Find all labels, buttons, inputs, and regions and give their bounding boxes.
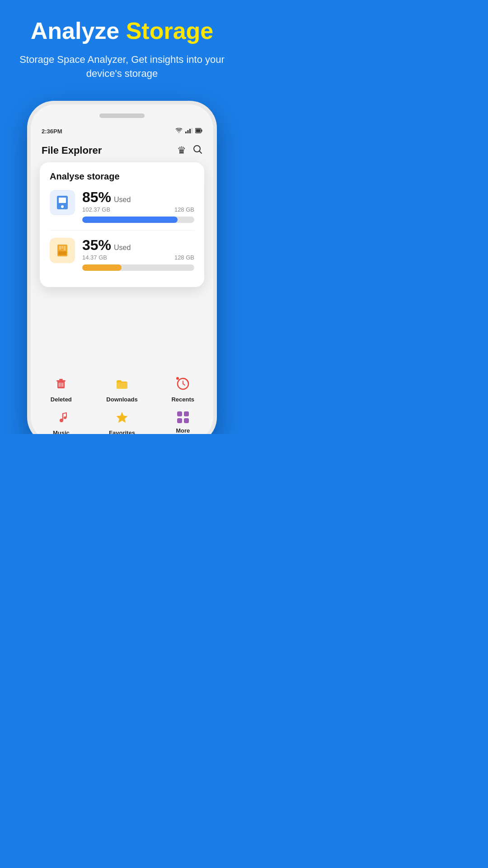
nav-grid: Deleted Downloads bbox=[31, 377, 213, 434]
nav-label-music: Music bbox=[53, 429, 70, 434]
internal-total-gb: 128 GB bbox=[174, 206, 194, 213]
svg-marker-29 bbox=[116, 412, 127, 423]
svg-rect-16 bbox=[58, 251, 66, 255]
trash-icon bbox=[54, 377, 68, 393]
app-header: File Explorer ♛ bbox=[31, 139, 213, 162]
svg-point-28 bbox=[64, 416, 66, 419]
svg-rect-2 bbox=[189, 129, 191, 133]
status-icons bbox=[175, 128, 202, 135]
internal-storage-item: 85% Used 102.37 GB 128 GB bbox=[50, 190, 194, 223]
folder-icon bbox=[115, 377, 129, 393]
internal-used-gb: 102.37 GB bbox=[82, 206, 110, 213]
hero-section: Analyze Storage Storage Space Analyzer, … bbox=[0, 0, 244, 90]
nav-label-favorites: Favorites bbox=[109, 429, 135, 434]
internal-storage-icon bbox=[50, 190, 75, 215]
sdcard-used-gb: 14.37 GB bbox=[82, 254, 107, 261]
nav-item-deleted[interactable]: Deleted bbox=[31, 377, 92, 403]
phone-mockup: 2:36PM bbox=[27, 101, 217, 434]
internal-used-label: Used bbox=[114, 196, 131, 204]
svg-rect-10 bbox=[59, 198, 66, 203]
clock-icon bbox=[176, 377, 190, 393]
svg-rect-18 bbox=[56, 380, 66, 382]
internal-storage-info: 85% Used 102.37 GB 128 GB bbox=[82, 190, 194, 223]
sdcard-storage-item: 35% Used 14.37 GB 128 GB bbox=[50, 230, 194, 271]
svg-line-8 bbox=[199, 151, 202, 153]
more-grid-icon bbox=[176, 410, 190, 425]
search-icon[interactable] bbox=[192, 144, 202, 157]
svg-rect-14 bbox=[61, 246, 63, 249]
nav-label-more: More bbox=[176, 427, 190, 434]
svg-rect-6 bbox=[196, 129, 201, 132]
hero-title: Analyze Storage bbox=[18, 18, 226, 44]
nav-item-downloads[interactable]: Downloads bbox=[92, 377, 153, 403]
svg-rect-5 bbox=[202, 130, 202, 132]
status-time: 2:36PM bbox=[42, 128, 62, 135]
nav-label-recents: Recents bbox=[171, 396, 194, 403]
svg-rect-1 bbox=[188, 130, 189, 133]
svg-point-27 bbox=[60, 419, 63, 422]
sdcard-total-gb: 128 GB bbox=[174, 254, 194, 261]
star-icon bbox=[115, 410, 129, 427]
signal-icon bbox=[185, 128, 192, 135]
nav-item-recents[interactable]: Recents bbox=[152, 377, 213, 403]
hero-title-part2: Storage bbox=[126, 18, 214, 44]
nav-label-downloads: Downloads bbox=[106, 396, 137, 403]
sdcard-used-label: Used bbox=[114, 244, 131, 252]
hero-title-part1: Analyze bbox=[31, 18, 120, 44]
sdcard-percent: 35% bbox=[82, 238, 111, 252]
hero-subtitle: Storage Space Analyzer, Get insights int… bbox=[18, 53, 226, 81]
storage-card: Analyse storage 85% Used 102 bbox=[40, 162, 204, 287]
battery-icon bbox=[195, 128, 202, 135]
header-icons: ♛ bbox=[177, 144, 202, 157]
svg-line-25 bbox=[183, 384, 185, 385]
bottom-nav: Deleted Downloads bbox=[31, 370, 213, 434]
phone-inner: 2:36PM bbox=[31, 104, 213, 434]
storage-card-title: Analyse storage bbox=[50, 171, 194, 182]
svg-point-11 bbox=[61, 205, 64, 208]
svg-rect-0 bbox=[185, 132, 187, 133]
crown-icon[interactable]: ♛ bbox=[177, 145, 186, 156]
status-bar: 2:36PM bbox=[31, 124, 213, 139]
nav-item-music[interactable]: Music bbox=[31, 410, 92, 434]
svg-rect-3 bbox=[192, 128, 193, 133]
svg-rect-19 bbox=[59, 379, 63, 380]
wifi-icon bbox=[175, 128, 183, 135]
internal-progress-fill bbox=[82, 217, 178, 223]
nav-item-favorites[interactable]: Favorites bbox=[92, 410, 153, 434]
music-icon bbox=[54, 410, 68, 427]
nav-item-more[interactable]: More bbox=[152, 410, 213, 434]
phone-speaker bbox=[99, 113, 145, 118]
sdcard-storage-info: 35% Used 14.37 GB 128 GB bbox=[82, 238, 194, 271]
svg-rect-13 bbox=[59, 246, 61, 250]
svg-rect-15 bbox=[64, 246, 66, 250]
internal-progress-bg bbox=[82, 217, 194, 223]
internal-percent: 85% bbox=[82, 190, 111, 204]
app-title: File Explorer bbox=[42, 145, 102, 156]
svg-point-26 bbox=[176, 377, 179, 380]
nav-label-deleted: Deleted bbox=[51, 396, 72, 403]
sdcard-progress-bg bbox=[82, 264, 194, 271]
sdcard-progress-fill bbox=[82, 264, 122, 271]
sdcard-storage-icon bbox=[50, 238, 75, 263]
